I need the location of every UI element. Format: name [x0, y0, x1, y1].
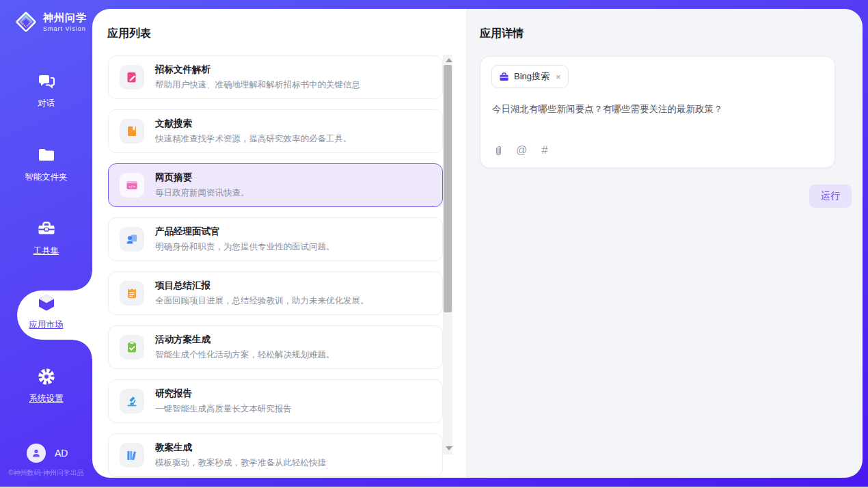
brand-subtitle: Smart Vision: [43, 25, 87, 32]
notepad-icon: [120, 281, 144, 306]
briefcase-icon: [499, 72, 509, 82]
app-list-title: 应用列表: [107, 27, 151, 41]
user-chip[interactable]: AD: [27, 444, 68, 463]
app-card[interactable]: 产品经理面试官 明确身份和职责，为您提供专业性的面试问题。: [108, 217, 443, 261]
sidebar-footer: ©神州数码·神州问学出品: [0, 468, 92, 478]
tool-tag-label: Bing搜索: [514, 70, 550, 83]
attach-toolbar: @ #: [492, 144, 551, 157]
tool-tag-close-icon[interactable]: ×: [556, 72, 561, 82]
app-card[interactable]: 招标文件解析 帮助用户快速、准确地理解和解析招标书中的关键信息: [108, 55, 443, 99]
paperclip-icon[interactable]: [492, 144, 504, 157]
app-list-panel: 应用列表 招标文件解析 帮助用户快速、准确地理解和解析招标书中的关键信息 文献搜…: [92, 9, 466, 478]
app-card-description: 快速精准查找学术资源，提高研究效率的必备工具。: [155, 133, 352, 145]
books-icon: [120, 443, 144, 467]
pen-document-icon: [120, 65, 144, 90]
chat-icon: [36, 71, 57, 92]
active-nav-bubble-curve-top: [73, 271, 92, 290]
main-content: 应用列表 招标文件解析 帮助用户快速、准确地理解和解析招标书中的关键信息 文献搜…: [92, 9, 863, 478]
app-card[interactable]: 文献搜索 快速精准查找学术资源，提高研究效率的必备工具。: [108, 109, 443, 153]
user-initials: AD: [55, 448, 68, 459]
sidebar-item-label: 工具集: [33, 246, 59, 256]
book-icon: [120, 119, 144, 144]
app-card-description: 全面回顾项目进展，总结经验教训，助力未来优化发展。: [155, 295, 369, 307]
app-card[interactable]: 活动方案生成 智能生成个性化活动方案，轻松解决规划难题。: [108, 325, 443, 369]
brand-logo-icon: [14, 10, 38, 34]
gear-icon: [36, 366, 57, 387]
tool-tag-bing-search[interactable]: Bing搜索 ×: [491, 65, 569, 88]
toolbox-icon: [36, 219, 57, 239]
app-card[interactable]: 教案生成 模板驱动，教案秒成，教学准备从此轻松快捷: [108, 433, 443, 477]
cube-icon: [36, 293, 57, 313]
app-card-title: 项目总结汇报: [155, 280, 369, 292]
brand-name: 神州问学: [43, 12, 87, 25]
hash-topic-icon[interactable]: #: [539, 144, 551, 157]
app-card-description: 每日政府新闻资讯快查。: [155, 187, 249, 199]
app-card-description: 一键智能生成高质量长文本研究报告: [155, 403, 292, 415]
sidebar-item-chat[interactable]: 对话: [0, 71, 92, 116]
app-card-title: 教案生成: [155, 442, 326, 454]
app-list: 招标文件解析 帮助用户快速、准确地理解和解析招标书中的关键信息 文献搜索 快速精…: [108, 55, 443, 478]
interviewer-icon: [120, 227, 144, 252]
query-text[interactable]: 今日湖北有哪些新闻要点？有哪些需要关注的最新政策？: [492, 103, 820, 116]
run-button[interactable]: 运行: [809, 185, 852, 208]
app-card-title: 文献搜索: [155, 118, 352, 130]
app-card-title: 产品经理面试官: [155, 226, 335, 238]
user-icon: [31, 448, 42, 459]
browser-code-icon: </>: [120, 173, 144, 198]
at-mention-icon[interactable]: @: [515, 144, 528, 157]
app-card-description: 模板驱动，教案秒成，教学准备从此轻松快捷: [155, 457, 326, 469]
sidebar-item-label: 系统设置: [29, 394, 64, 403]
sidebar-item-folder[interactable]: 智能文件夹: [0, 145, 92, 190]
app-card[interactable]: 项目总结汇报 全面回顾项目进展，总结经验教训，助力未来优化发展。: [108, 271, 443, 315]
svg-text:</>: </>: [128, 185, 136, 189]
sidebar-item-cube[interactable]: 应用市场: [0, 293, 92, 336]
app-card-title: 活动方案生成: [155, 334, 335, 346]
sidebar-item-label: 对话: [38, 98, 55, 108]
app-card-description: 帮助用户快速、准确地理解和解析招标书中的关键信息: [155, 79, 360, 91]
app-card-title: 网页摘要: [155, 172, 249, 184]
app-card[interactable]: 研究报告 一键智能生成高质量长文本研究报告: [108, 379, 443, 423]
brand: 神州问学 Smart Vision: [14, 10, 87, 34]
clipboard-check-icon: [120, 335, 144, 360]
active-nav-bubble-curve-bottom: [73, 340, 92, 359]
prompt-card: Bing搜索 × 今日湖北有哪些新闻要点？有哪些需要关注的最新政策？ @ #: [480, 56, 835, 168]
app-card-title: 招标文件解析: [155, 64, 360, 76]
scrollbar-up-arrow-icon[interactable]: [446, 58, 452, 62]
app-detail-panel: 应用详情 Bing搜索 × 今日湖北有哪些新闻要点？有哪些需要关注的最新政策？: [466, 9, 863, 478]
app-card-description: 智能生成个性化活动方案，轻松解决规划难题。: [155, 349, 335, 361]
app-card-title: 研究报告: [155, 388, 292, 400]
sidebar-item-gear[interactable]: 系统设置: [0, 366, 92, 411]
microscope-icon: [120, 389, 144, 414]
sidebar-item-toolbox[interactable]: 工具集: [0, 219, 92, 264]
app-card-description: 明确身份和职责，为您提供专业性的面试问题。: [155, 241, 335, 253]
sidebar: 神州问学 Smart Vision 对话 智能文件夹 工具集 应用市场 系统设置: [0, 0, 92, 487]
avatar: [27, 444, 46, 463]
app-detail-title: 应用详情: [480, 27, 524, 41]
folder-icon: [36, 145, 57, 165]
scrollbar-thumb[interactable]: [444, 65, 452, 312]
sidebar-item-label: 智能文件夹: [25, 172, 68, 182]
scrollbar-down-arrow-icon[interactable]: [446, 446, 452, 450]
app-window: 神州问学 Smart Vision 对话 智能文件夹 工具集 应用市场 系统设置: [0, 0, 868, 487]
app-card[interactable]: </> 网页摘要 每日政府新闻资讯快查。: [108, 163, 443, 207]
sidebar-item-label: 应用市场: [29, 320, 64, 329]
